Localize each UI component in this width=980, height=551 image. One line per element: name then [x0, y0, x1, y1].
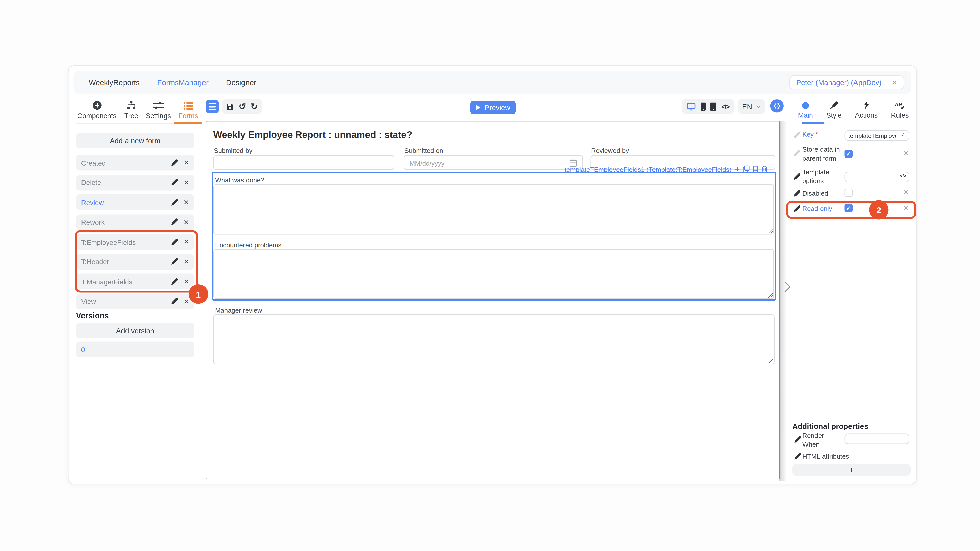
add-icon[interactable]: +: [735, 165, 740, 173]
edit-pen-icon[interactable]: [170, 199, 178, 206]
tab-label: Main: [798, 111, 813, 119]
trash-icon[interactable]: [762, 166, 768, 173]
add-version-button[interactable]: Add version: [76, 323, 194, 339]
tab-label: Forms: [178, 112, 198, 119]
edit-pen-icon[interactable]: [170, 238, 178, 245]
preview-button[interactable]: Preview: [470, 100, 515, 115]
edit-pen-icon[interactable]: [793, 173, 801, 181]
close-icon[interactable]: ✕: [183, 258, 189, 265]
form-title: Weekly Employee Report : unnamed : state…: [213, 129, 412, 140]
dot-icon: [802, 100, 809, 110]
edit-pen-icon[interactable]: [170, 218, 178, 226]
encountered-problems-textarea[interactable]: [213, 249, 774, 299]
redo-icon[interactable]: ↻: [251, 102, 258, 111]
form-item-delete[interactable]: Delete ✕: [76, 175, 194, 191]
form-item-rework[interactable]: Rework ✕: [76, 214, 194, 230]
field-label-reviewed-by: Reviewed by: [591, 147, 629, 154]
nav-designer[interactable]: Designer: [226, 78, 256, 87]
field-label-what-was-done: What was done?: [215, 176, 264, 184]
close-icon[interactable]: ✕: [891, 79, 897, 86]
menu-hamburger-button[interactable]: [206, 100, 219, 113]
edit-pen-icon[interactable]: [793, 150, 801, 157]
close-icon[interactable]: ✕: [183, 278, 189, 285]
desktop-icon[interactable]: [686, 103, 695, 110]
edit-pen-icon[interactable]: [793, 190, 801, 197]
code-icon[interactable]: </>: [721, 103, 729, 110]
save-icon[interactable]: [227, 103, 234, 110]
code-icon[interactable]: </>: [897, 171, 909, 181]
form-item-label: T:Header: [81, 258, 170, 266]
form-item-label: Delete: [81, 178, 170, 186]
edit-pen-icon[interactable]: [794, 453, 801, 460]
what-was-done-textarea[interactable]: [213, 185, 774, 235]
edit-pen-icon[interactable]: [170, 298, 178, 305]
properties-tabs: Main Style Actions AB Rules: [798, 100, 909, 124]
nav-formsmanager[interactable]: FormsManager: [157, 78, 208, 87]
user-chip[interactable]: Peter (Manager) (AppDev) ✕: [789, 75, 904, 89]
remove-property-icon[interactable]: ✕: [903, 190, 909, 196]
tab-label: Actions: [855, 111, 878, 119]
bookmark-icon[interactable]: [753, 166, 759, 173]
submitted-by-input[interactable]: [213, 156, 395, 170]
manager-review-textarea[interactable]: [213, 314, 775, 364]
form-canvas: Weekly Employee Report : unnamed : state…: [206, 121, 781, 479]
store-data-checkbox[interactable]: ✓: [845, 150, 853, 158]
render-when-input[interactable]: [845, 433, 910, 444]
edit-pen-icon[interactable]: [170, 258, 178, 266]
form-item-view[interactable]: View ✕: [76, 293, 194, 309]
edit-pen-icon[interactable]: [793, 132, 801, 139]
edit-pen-icon[interactable]: [794, 436, 801, 444]
settings-gear-button[interactable]: ⚙: [770, 99, 784, 113]
versions-title: Versions: [76, 312, 109, 320]
language-dropdown[interactable]: EN: [738, 99, 765, 114]
close-icon[interactable]: ✕: [183, 219, 189, 226]
edit-pen-icon[interactable]: [170, 159, 178, 166]
form-item-created[interactable]: Created ✕: [76, 155, 194, 170]
active-tab-underline: [802, 122, 824, 124]
list-icon: [184, 100, 193, 110]
form-item-t-header[interactable]: T:Header ✕: [76, 254, 194, 270]
close-icon[interactable]: ✕: [183, 298, 189, 305]
undo-icon[interactable]: ↺: [239, 102, 246, 111]
device-preview-group: </>: [682, 99, 735, 114]
version-item-0[interactable]: 0: [76, 342, 194, 358]
remove-property-icon[interactable]: ✕: [903, 205, 909, 212]
tablet-icon[interactable]: [710, 103, 716, 111]
tab-actions[interactable]: Actions: [855, 100, 878, 124]
phone-icon[interactable]: [700, 103, 705, 111]
tab-rules[interactable]: AB Rules: [891, 100, 908, 124]
tab-label: Settings: [146, 112, 171, 119]
bolt-icon: [864, 100, 869, 110]
tab-main[interactable]: Main: [798, 100, 813, 124]
close-icon[interactable]: ✕: [183, 179, 189, 186]
template-selection-label: templateTEmployeeFields1 (Template:T:Emp…: [565, 165, 732, 173]
form-item-review[interactable]: Review ✕: [76, 194, 194, 210]
breadcrumb-nav: WeeklyReports FormsManager Designer: [89, 78, 256, 87]
confirm-check-icon[interactable]: ✓: [897, 130, 909, 139]
read-only-checkbox[interactable]: ✓: [845, 204, 853, 212]
disabled-checkbox[interactable]: [845, 189, 853, 197]
edit-pen-icon[interactable]: [170, 178, 178, 186]
form-item-t-employeefields[interactable]: T:EmployeeFields ✕: [76, 234, 194, 250]
nav-weeklyreports[interactable]: WeeklyReports: [89, 78, 140, 87]
tab-style[interactable]: Style: [826, 100, 842, 124]
close-icon[interactable]: ✕: [183, 199, 189, 206]
panel-collapse-chevron[interactable]: [784, 281, 791, 293]
form-item-t-managerfields[interactable]: T:ManagerFields ✕: [76, 274, 194, 290]
tab-tree[interactable]: Tree: [124, 96, 138, 124]
edit-pen-icon[interactable]: [170, 278, 178, 285]
copy-icon[interactable]: [743, 166, 750, 173]
tab-forms[interactable]: Forms: [178, 96, 198, 124]
edit-pen-icon[interactable]: [793, 205, 801, 213]
remove-property-icon[interactable]: ✕: [903, 150, 909, 158]
add-property-button[interactable]: +: [792, 464, 911, 476]
close-icon[interactable]: ✕: [183, 239, 189, 245]
template-options-wrap: </>: [845, 170, 910, 182]
add-new-form-button[interactable]: Add a new form: [76, 133, 194, 149]
key-row-label: Key*: [802, 130, 818, 139]
close-icon[interactable]: ✕: [183, 159, 189, 166]
submitted-on-input[interactable]: [404, 156, 583, 170]
tab-components[interactable]: Components: [78, 96, 117, 124]
field-label-encountered-problems: Encountered problems: [215, 241, 282, 248]
tab-settings[interactable]: Settings: [146, 96, 171, 124]
